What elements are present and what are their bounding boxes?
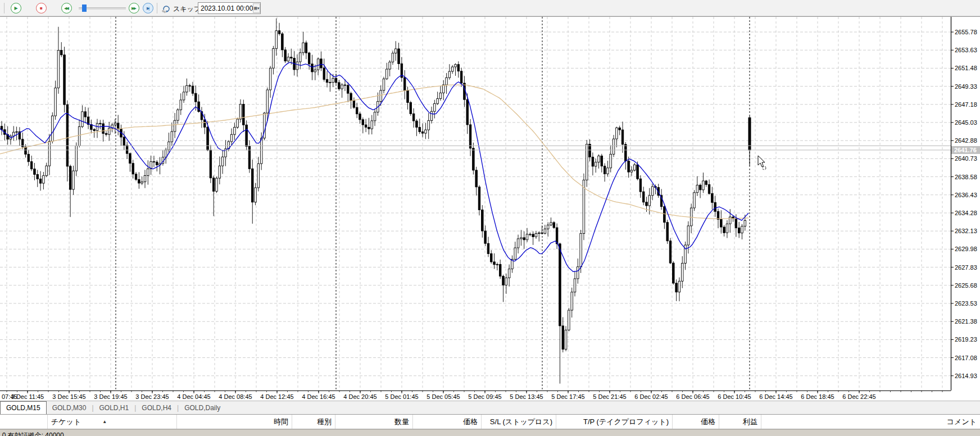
sort-asc-icon: ▲ [102,419,107,424]
price-axis-label: 2645.03 [955,119,977,126]
slider-handle[interactable] [82,4,87,12]
tab-gold-m30[interactable]: GOLD,M30 [47,401,92,414]
time-axis-label: 4 Dec 12:45 [260,393,293,400]
tab-gold-m15[interactable]: GOLD,M15 [0,401,47,414]
stop-icon: ■ [40,6,43,11]
time-axis-label: 4 Dec 04:45 [177,393,210,400]
skip-to-end-icon: ▶| [147,6,148,10]
time-axis-label: 6 Dec 10:45 [718,393,751,400]
time-axis-label: 5 Dec 05:45 [427,393,460,400]
time-axis-label: 6 Dec 14:45 [759,393,792,400]
tab-gold-h4[interactable]: GOLD,H4 [136,401,177,414]
price-axis-label: 2623.53 [955,300,977,307]
date-value: 2023.10.01 00:00 [198,4,253,12]
skip-loop-icon [161,3,171,15]
play-icon: ▶ [14,6,17,11]
trade-table-header: チケット▲時間種別数量価格S/L (ストップロス)T/P (テイクプロフィット)… [0,414,980,429]
skip-label: スキップ [173,4,201,14]
latest-candle [748,117,751,150]
toolbar-separator [4,3,4,13]
column-header-T/P (テイクプロフィット)[interactable]: T/P (テイクプロフィット) [556,415,673,429]
price-axis-label: 2642.88 [955,137,977,144]
column-header-S/L (ストップロス)[interactable]: S/L (ストップロス) [482,415,556,429]
status-bar: : 0 有効証拠金: 40000 [0,429,980,436]
price-axis-label: 2621.38 [955,318,977,325]
rewind-button[interactable]: ◀◀ [61,3,72,13]
price-chart[interactable]: 2655.782653.632651.482649.332647.182645.… [0,16,980,401]
time-axis-label: 4 Dec 08:45 [219,393,252,400]
price-axis-label: 2649.33 [955,83,977,90]
toolbar-separator [157,3,157,13]
price-axis-label: 2625.68 [955,282,977,289]
time-axis-label: 3 Dec 23:45 [135,393,169,400]
time-axis-label: 3 Dec 11:45 [11,393,44,400]
price-axis-label: 2640.73 [955,155,977,162]
column-label: 種別 [317,417,332,427]
chart-tabs: GOLD,M15GOLD,M30|GOLD,H1|GOLD,H4|GOLD,Da… [0,401,980,414]
column-label: 価格 [463,417,478,427]
column-label: 時間 [274,417,288,427]
column-header-チケット[interactable]: チケット▲ [48,415,177,429]
price-axis-label: 2619.23 [955,336,977,343]
time-axis-label: 6 Dec 06:45 [676,393,709,400]
column-header-価格[interactable]: 価格 [413,415,482,429]
tab-gold-daily[interactable]: GOLD,Daily [179,401,226,414]
candlestick-chart[interactable]: 2655.782653.632651.482649.332647.182645.… [0,16,980,401]
skip-to-end-button[interactable]: ▶| [143,3,153,13]
price-axis-label: 2632.13 [955,228,977,234]
calendar-dropdown-button[interactable]: ▦▾ [253,3,260,13]
column-label: S/L (ストップロス) [490,417,552,427]
column-header-empty[interactable] [0,415,48,429]
column-header-コメント[interactable]: コメント [761,415,980,429]
time-axis-label: 5 Dec 01:45 [385,393,418,400]
price-axis-label: 2634.28 [955,210,977,216]
time-axis-label: 5 Dec 13:45 [510,393,543,400]
time-axis-label: 5 Dec 17:45 [551,393,584,400]
time-axis-label: 5 Dec 09:45 [468,393,501,400]
column-label: 数量 [394,417,409,427]
column-label: 利益 [743,417,757,427]
column-label: コメント [947,417,977,427]
speed-slider[interactable] [79,4,126,12]
price-axis-label: 2651.48 [955,65,977,71]
stop-button[interactable]: ■ [36,3,47,13]
price-axis-label: 2647.18 [955,101,977,108]
column-header-時間[interactable]: 時間 [177,415,292,429]
time-axis-label: 6 Dec 02:45 [634,393,668,400]
strategy-tester-window: ▶ ■ ◀◀ ▶▶ ▶| スキップ 2023.10.01 00:00 ▦▾ 26… [0,0,980,436]
time-axis-label: 6 Dec 22:45 [842,393,875,400]
price-axis-label: 2636.43 [955,192,977,198]
tab-gold-h1[interactable]: GOLD,H1 [94,401,135,414]
play-button[interactable]: ▶ [11,3,21,13]
fast-forward-icon: ▶▶ [131,6,135,10]
column-header-価格[interactable]: 価格 [673,415,719,429]
price-axis-label: 2614.93 [955,373,977,379]
tester-toolbar: ▶ ■ ◀◀ ▶▶ ▶| スキップ 2023.10.01 00:00 ▦▾ [0,0,980,16]
price-axis-label: 2617.08 [955,355,977,361]
time-axis-label: 3 Dec 15:45 [52,393,85,400]
date-input[interactable]: 2023.10.01 00:00 ▦▾ [198,2,261,14]
price-axis-label: 2653.63 [955,47,977,53]
time-axis-label: 5 Dec 21:45 [593,393,626,400]
rewind-icon: ◀◀ [64,6,68,10]
column-header-利益[interactable]: 利益 [719,415,761,429]
column-label: T/P (テイクプロフィット) [583,417,669,427]
price-axis-label: 2629.98 [955,246,977,252]
time-axis-label: 4 Dec 16:45 [302,393,335,400]
time-axis-label: 3 Dec 19:45 [94,393,127,400]
price-axis-label: 2638.58 [955,174,977,180]
price-axis-label: 2627.83 [955,264,977,271]
column-header-種別[interactable]: 種別 [292,415,335,429]
fast-forward-button[interactable]: ▶▶ [129,3,139,13]
time-axis-label: 4 Dec 20:45 [343,393,376,400]
current-price-label: 2641.76 [954,147,977,153]
column-header-数量[interactable]: 数量 [335,415,413,429]
column-label: 価格 [701,417,715,427]
price-axis-label: 2655.78 [955,29,977,35]
time-axis-label: 6 Dec 18:45 [801,393,834,400]
column-label: チケット [51,417,81,427]
status-text: : 0 有効証拠金: 40000 [0,432,64,436]
